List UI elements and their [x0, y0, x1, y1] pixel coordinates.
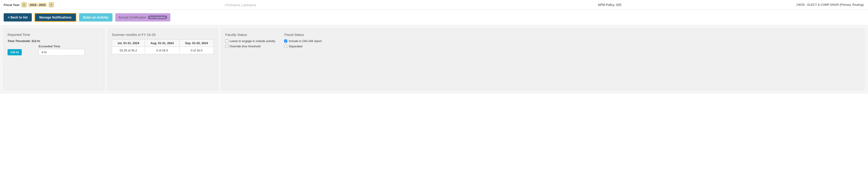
- summer-col-header-1: Aug. 01-31, 2024: [145, 39, 180, 47]
- time-row: 134 hr 0 hr: [7, 49, 100, 56]
- faculty-checkbox-1[interactable]: [225, 45, 228, 48]
- summer-table: Jul. 01-31, 2024 Aug. 01-31, 2024 Sep. 0…: [112, 39, 214, 54]
- summer-panel: Summer months in FY 24-25 Jul. 01-31, 20…: [108, 29, 218, 90]
- reported-time-panel: Reported Time Time Threshold: 312 hr Exc…: [4, 29, 104, 90]
- apm-policy: APM Policy: 025: [427, 3, 792, 7]
- summer-value-0: 53.25 of 35.2: [112, 47, 145, 54]
- exceeded-cell: 0 hr: [39, 49, 84, 56]
- faculty-status-section: Faculty Status Leave to engage in outsid…: [225, 33, 275, 86]
- back-to-list-button[interactable]: < Back to list: [4, 13, 32, 22]
- fiscal-status-section: Fiscal Status Include in 240-246 report …: [284, 33, 322, 86]
- faculty-option-1: Override time threshold: [225, 44, 275, 48]
- fiscal-option-0: Include in 240-246 report: [284, 39, 322, 43]
- fiscal-option-1: Separated: [284, 44, 322, 48]
- not-submitted-badge: Not Submitted: [148, 15, 167, 19]
- time-col-header-empty: [7, 44, 35, 48]
- exceeded-time-col-header: Exceeded Time: [39, 44, 84, 48]
- enter-activity-button[interactable]: Enter an Activity: [79, 13, 113, 22]
- time-threshold-label: Time Threshold: 312 hr: [7, 39, 100, 43]
- fiscal-label-0: Include in 240-246 report: [288, 39, 322, 43]
- reported-time-title: Reported Time: [7, 33, 100, 37]
- fiscal-status-title: Fiscal Status: [284, 33, 322, 37]
- summer-value-1: 0 of 16.0: [145, 47, 180, 54]
- manage-notifications-button[interactable]: Manage Notifications: [34, 13, 76, 22]
- next-year-button[interactable]: >: [49, 2, 54, 7]
- exceeded-value: 0 hr: [39, 49, 84, 56]
- faculty-option-0: Leave to engage in outside activity: [225, 39, 275, 43]
- fiscal-checkbox-1[interactable]: [284, 45, 287, 48]
- faculty-checkbox-0[interactable]: [225, 39, 228, 42]
- action-bar: < Back to list Manage Notifications Ente…: [0, 10, 868, 25]
- summer-col-header-2: Sep. 01-20, 2024: [180, 39, 214, 47]
- fiscal-year-label: Fiscal Year:: [4, 3, 20, 7]
- prev-year-button[interactable]: <: [22, 2, 27, 7]
- time-bar-value: 134 hr: [7, 49, 22, 55]
- status-panel: Faculty Status Leave to engage in outsid…: [221, 29, 864, 90]
- time-row-headers: Exceeded Time: [7, 44, 100, 48]
- fiscal-label-1: Separated: [288, 44, 302, 48]
- main-content: Reported Time Time Threshold: 312 hr Exc…: [0, 25, 868, 94]
- faculty-label-1: Override time threshold: [229, 44, 260, 48]
- annual-certification-button[interactable]: Annual Certification Not Submitted: [115, 13, 170, 22]
- summer-col-header-0: Jul. 01-31, 2024: [112, 39, 145, 47]
- fiscal-year-value: 2024 - 2025: [28, 3, 47, 7]
- time-bar-cell: 134 hr: [7, 49, 35, 55]
- summer-title: Summer months in FY 24-25: [112, 33, 214, 37]
- fiscal-year-section: Fiscal Year: < 2024 - 2025 >: [4, 2, 54, 7]
- dept-info: 24025 - ELECT & COMP ENGR (Primary, Rout…: [797, 3, 864, 7]
- certification-label: Annual Certification: [119, 15, 146, 19]
- faculty-status-title: Faculty Status: [225, 33, 275, 37]
- faculty-label-0: Leave to engage in outside activity: [229, 39, 275, 43]
- summer-value-2: 0 of 16.0: [180, 47, 214, 54]
- fiscal-checkbox-0[interactable]: [284, 39, 287, 42]
- person-name: Firstname Lastname: [58, 3, 423, 7]
- header-bar: Fiscal Year: < 2024 - 2025 > Firstname L…: [0, 0, 868, 10]
